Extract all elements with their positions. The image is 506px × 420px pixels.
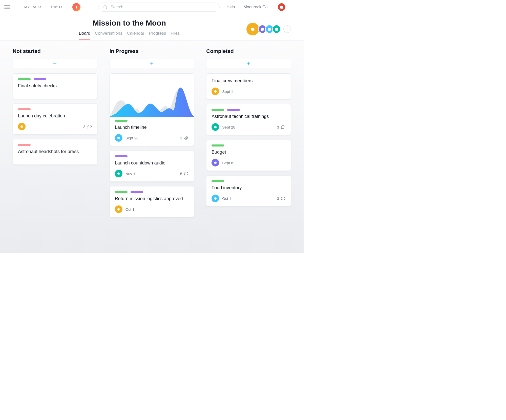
- tag-green: [212, 144, 224, 146]
- assignee-avatar[interactable]: ☻: [18, 123, 26, 130]
- nav-inbox[interactable]: INBOX: [51, 5, 62, 9]
- due-date: Sept 28: [125, 136, 139, 140]
- plus-icon: [285, 27, 289, 31]
- search-icon: [103, 5, 108, 9]
- task-card[interactable]: Astronaut technical trainings ☻ Sept 28 …: [206, 104, 291, 135]
- tab-progress[interactable]: Progress: [149, 31, 166, 40]
- comment-count: 3: [277, 125, 279, 129]
- card-tags: [18, 78, 92, 80]
- hamburger-icon: [4, 4, 10, 10]
- nav-my-tasks[interactable]: MY TASKS: [24, 5, 43, 9]
- topbar-right: Help Moonrock Co. ☻: [227, 3, 286, 11]
- column-name: In Progress: [110, 48, 139, 54]
- comment-count: 3: [83, 124, 85, 129]
- user-avatar[interactable]: ☻: [277, 3, 286, 11]
- project-header: Mission to the Moon Board Conversations …: [0, 14, 304, 40]
- tab-board[interactable]: Board: [79, 31, 90, 40]
- tag-purple: [131, 191, 143, 193]
- task-card[interactable]: Launch day celebration ☻ 3: [13, 103, 97, 135]
- add-card-button[interactable]: [206, 59, 291, 69]
- svg-line-6: [106, 8, 107, 9]
- column-name: Completed: [206, 48, 234, 54]
- attachment-count: 1: [180, 136, 182, 140]
- due-date: Nov 1: [125, 172, 135, 176]
- comment-icon: [281, 196, 286, 201]
- card-title: Launch timeline: [115, 125, 189, 130]
- assignee-avatar[interactable]: ☻: [212, 123, 219, 131]
- svg-point-5: [104, 6, 107, 8]
- board: Not started Final safety checks Launch d…: [0, 40, 304, 253]
- search-box[interactable]: [98, 3, 220, 12]
- card-tags: [212, 180, 286, 182]
- task-card[interactable]: Budget ☻ Sept 6: [206, 140, 291, 171]
- card-chart: [110, 74, 194, 117]
- due-date: Sept 1: [222, 89, 233, 94]
- task-card[interactable]: Astronaut headshots for press: [13, 139, 97, 165]
- card-footer: ☻ 3: [18, 123, 92, 130]
- hamburger-menu[interactable]: [0, 0, 14, 14]
- column-in-progress: In Progress Launch timeline ☻ Sept 28: [110, 48, 194, 217]
- member-avatar[interactable]: ☻: [272, 25, 281, 33]
- tab-conversations[interactable]: Conversations: [95, 31, 122, 40]
- paperclip-icon: [184, 135, 189, 140]
- member-avatar[interactable]: ☻: [246, 22, 260, 36]
- card-footer: ☻ Nov 1 5: [115, 170, 189, 177]
- card-meta: 3: [277, 124, 286, 130]
- tag-green: [115, 120, 128, 122]
- add-card-button[interactable]: [110, 59, 194, 69]
- chevron-down-icon: [236, 50, 239, 53]
- help-link[interactable]: Help: [227, 5, 235, 9]
- add-member-button[interactable]: [283, 25, 291, 33]
- task-card[interactable]: Food inventory ☻ Oct 1 3: [206, 175, 291, 206]
- comment-count: 3: [277, 196, 279, 201]
- tab-calendar[interactable]: Calendar: [127, 31, 144, 40]
- chevron-down-icon: [43, 50, 46, 53]
- assignee-avatar[interactable]: ☻: [212, 195, 219, 202]
- task-card[interactable]: Final crew members ☻ Sept 1: [206, 73, 291, 99]
- column-header[interactable]: Not started: [13, 48, 97, 54]
- card-footer: ☻ Oct 1 3: [212, 195, 286, 202]
- tag-green: [212, 109, 224, 111]
- org-link[interactable]: Moonrock Co.: [243, 5, 269, 9]
- tag-pink: [18, 144, 31, 146]
- card-footer: ☻ Oct 1: [115, 205, 189, 213]
- card-tags: [115, 191, 189, 193]
- due-date: Sept 6: [222, 161, 233, 165]
- card-tags: [115, 120, 189, 122]
- tag-purple: [227, 109, 240, 111]
- project-tabs: Board Conversations Calendar Progress Fi…: [79, 31, 180, 40]
- plus-icon: [53, 61, 57, 66]
- task-card[interactable]: Launch countdown audio ☻ Nov 1 5: [110, 151, 194, 182]
- task-card[interactable]: Final safety checks: [13, 73, 97, 99]
- due-date: Oct 1: [222, 196, 231, 201]
- card-tags: [18, 108, 92, 110]
- card-footer: ☻ Sept 28 1: [115, 134, 189, 142]
- card-title: Budget: [212, 150, 286, 155]
- project-members: ☻ ☻ ☻ ☻: [246, 19, 291, 36]
- comment-icon: [281, 124, 286, 130]
- assignee-avatar[interactable]: ☻: [115, 170, 122, 177]
- due-date: Oct 1: [125, 207, 135, 212]
- card-meta: 5: [180, 171, 189, 176]
- task-card[interactable]: Launch timeline ☻ Sept 28 1: [110, 73, 194, 146]
- card-footer: ☻ Sept 1: [212, 88, 286, 95]
- assignee-avatar[interactable]: ☻: [115, 205, 122, 213]
- search-input[interactable]: [110, 5, 215, 10]
- column-header[interactable]: Completed: [206, 48, 291, 54]
- card-footer: ☻ Sept 28 3: [212, 123, 286, 131]
- column-not-started: Not started Final safety checks Launch d…: [13, 48, 97, 165]
- assignee-avatar[interactable]: ☻: [115, 134, 122, 142]
- tag-pink: [18, 108, 31, 110]
- card-title: Return mission logistics approved: [115, 196, 189, 201]
- global-add-button[interactable]: [72, 3, 80, 11]
- task-card[interactable]: Return mission logistics approved ☻ Oct …: [110, 186, 194, 217]
- assignee-avatar[interactable]: ☻: [212, 159, 219, 166]
- plus-icon: [246, 61, 251, 66]
- assignee-avatar[interactable]: ☻: [212, 88, 219, 95]
- card-title: Final crew members: [212, 78, 286, 83]
- topbar: MY TASKS INBOX Help Moonrock Co. ☻: [0, 0, 304, 14]
- comment-icon: [184, 171, 189, 176]
- add-card-button[interactable]: [13, 59, 97, 69]
- tab-files[interactable]: Files: [171, 31, 180, 40]
- column-header[interactable]: In Progress: [110, 48, 194, 54]
